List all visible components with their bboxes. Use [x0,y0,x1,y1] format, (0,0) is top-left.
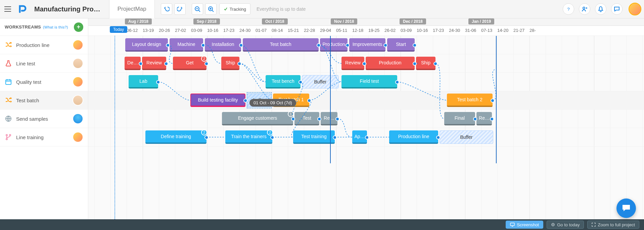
task-bar[interactable]: Lab [129,75,158,89]
dependency-dot[interactable] [307,99,311,103]
task-bar[interactable]: Test [294,112,319,125]
dependency-dot[interactable] [362,62,366,66]
undo-button[interactable] [161,3,172,15]
task-bar[interactable]: Test bench [266,75,301,89]
hamburger-menu[interactable] [3,4,13,14]
dependency-dot[interactable] [270,135,274,139]
workstream-row[interactable]: Line training [0,128,88,147]
goto-today-button[interactable]: Go to today [547,221,584,229]
task-bar[interactable]: Production [366,57,415,70]
task-bar[interactable]: De… [125,57,141,70]
task-bar[interactable]: Machine [170,38,203,52]
workstream-avatar[interactable] [73,76,83,87]
timeline[interactable]: Aug / 2018Sep / 2018Oct / 2018Nov / 2018… [88,18,644,219]
task-bar[interactable]: Define training [145,130,206,144]
task-bar[interactable]: Improvements [349,38,385,52]
app-logo[interactable] [17,4,28,14]
what-is-this-link[interactable]: (What is this?) [43,25,68,29]
project-title[interactable]: Manufacturing Pro… [34,5,100,13]
week-label[interactable]: 31-06 [465,28,476,33]
task-bar[interactable]: Layout design [125,38,168,52]
dependency-dot[interactable] [413,62,417,66]
week-label[interactable]: 01-07 [256,28,267,33]
dependency-dot[interactable] [239,43,243,47]
buffer-block[interactable]: Buffer [302,75,339,89]
workstream-avatar[interactable] [73,132,83,142]
dependency-dot[interactable] [433,62,438,66]
dependency-dot[interactable] [317,117,321,121]
task-bar[interactable]: Train the trainers [225,130,272,144]
workstream-avatar[interactable] [73,58,83,69]
task-bar[interactable]: Test batch 2 [447,94,493,107]
task-bar[interactable]: Installation [205,38,241,52]
zoom-out-button[interactable] [192,3,203,15]
task-bar[interactable]: Ship [221,57,239,70]
week-label[interactable]: 13-19 [143,28,154,33]
week-label[interactable]: 10-16 [417,28,428,33]
zoom-full-button[interactable]: Zoom to full project [587,221,639,229]
workstream-row[interactable]: Quality test [0,73,88,91]
dependency-dot[interactable] [291,117,295,121]
task-bar[interactable]: Ship [416,57,435,70]
week-label[interactable]: 17-23 [433,28,444,33]
week-label[interactable]: 27-02 [175,28,186,33]
task-bar[interactable]: Test batch [243,38,319,52]
dependency-dot[interactable] [139,62,143,66]
workstream-avatar[interactable] [73,40,83,50]
task-bar[interactable]: Production line [389,130,438,144]
dependency-dot[interactable] [346,43,350,47]
zoom-in-button[interactable] [205,3,217,15]
dependency-dot[interactable] [333,135,337,139]
screenshot-button[interactable]: Screenshot [506,221,543,229]
workstream-avatar[interactable] [73,95,83,106]
dependency-dot[interactable] [204,135,209,139]
dependency-dot[interactable] [164,62,168,66]
task-bar[interactable]: Engage customers [222,112,293,125]
chat-fab[interactable] [616,198,636,218]
week-label[interactable]: 24-30 [449,28,460,33]
week-label[interactable]: 28- [530,28,536,33]
dependency-dot[interactable] [473,117,477,121]
dependency-dot[interactable] [237,62,241,66]
dependency-dot[interactable] [491,99,495,103]
task-bar[interactable]: Start [387,38,415,52]
task-bar[interactable]: Final [444,112,475,125]
week-label[interactable]: 03-09 [401,28,412,33]
task-bar[interactable]: Re… [321,112,337,125]
task-bar[interactable]: Review [341,57,364,70]
dependency-dot[interactable] [201,43,205,47]
dependency-dot[interactable] [436,135,440,139]
help-button[interactable]: ? [563,3,574,15]
dependency-dot[interactable] [298,80,303,84]
buffer-block[interactable]: Buffer [440,130,493,144]
invite-button[interactable] [579,3,590,15]
workstream-row[interactable]: Line test [0,54,88,73]
week-label[interactable]: 12-18 [352,28,363,33]
task-bar[interactable]: Production [320,38,348,52]
week-label[interactable]: 26-02 [384,28,396,33]
task-bar[interactable]: Test training [293,130,335,144]
dependency-dot[interactable] [243,99,247,103]
task-bar[interactable]: Field test [341,75,397,89]
dependency-dot[interactable] [383,43,387,47]
today-badge[interactable]: Today [110,26,127,33]
week-label[interactable]: 06-12 [127,28,138,33]
week-label[interactable]: 17-23 [223,28,234,33]
week-label[interactable]: 05-11 [336,28,347,33]
week-label[interactable]: 21-27 [513,28,524,33]
dependency-dot[interactable] [317,43,321,47]
dependency-dot[interactable] [166,43,170,47]
tab-projectmap[interactable]: ProjectMap [109,0,155,18]
week-label[interactable]: 15-21 [288,28,299,33]
tracking-toggle[interactable]: Tracking [219,3,250,15]
week-label[interactable]: 08-14 [272,28,283,33]
week-label[interactable]: 19-25 [368,28,379,33]
task-bar[interactable]: Build testing facility [190,94,245,107]
week-label[interactable]: 29-04 [320,28,331,33]
workstream-row[interactable]: Send samples [0,110,88,128]
week-label[interactable]: 14-20 [497,28,508,33]
week-label[interactable]: 03-09 [191,28,202,33]
week-label[interactable]: 10-16 [207,28,218,33]
week-label[interactable]: 20-26 [159,28,170,33]
add-workstream-button[interactable]: + [74,22,83,32]
